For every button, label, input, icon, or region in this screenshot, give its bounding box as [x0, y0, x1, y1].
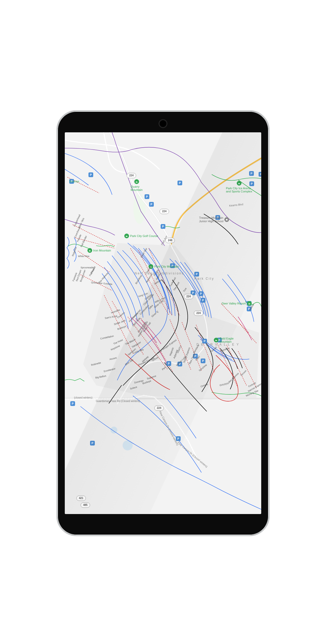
parking-marker[interactable]: P	[70, 401, 75, 406]
parking-icon: P	[194, 272, 199, 277]
front-camera-icon	[159, 119, 167, 128]
parking-marker[interactable]: P	[161, 224, 165, 229]
parking-marker[interactable]: P	[88, 172, 93, 177]
phone-device-frame: PPPPPPPPPPPPPPPPPPPPPPPPPP 2242242482242…	[56, 110, 270, 536]
svg-line-15	[221, 304, 249, 333]
poi-deer-valley[interactable]: Deer Valley Resort	[222, 301, 252, 306]
phone-screen: PPPPPPPPPPPPPPPPPPPPPPPPPP 2242242482242…	[65, 132, 261, 514]
parking-icon: P	[88, 172, 93, 177]
parking-icon: P	[70, 401, 75, 406]
parking-marker[interactable]: P	[194, 272, 199, 277]
road-shield-485[interactable]: 485	[81, 502, 90, 508]
map-canvas[interactable]: PPPPPPPPPPPPPPPPPPPPPPPPPP 2242242482242…	[65, 132, 261, 514]
road-shield-224d[interactable]: 224	[194, 311, 203, 316]
building-icon	[224, 217, 229, 222]
poi-label: Iron Mountain	[93, 249, 111, 252]
poi-label: Deer Valley Resort	[222, 302, 246, 305]
poi-label: Park City Mountain	[154, 265, 179, 268]
parking-icon: P	[259, 172, 261, 177]
parking-marker[interactable]: P	[259, 172, 261, 177]
parking-marker[interactable]: P	[149, 202, 154, 207]
poi-pc-golf[interactable]: Park City Golf Course	[124, 234, 158, 238]
poi-label: Bald EagleMountain	[220, 337, 234, 343]
parking-marker[interactable]: P	[90, 441, 95, 446]
road-shield-224a[interactable]: 224	[160, 209, 169, 214]
poi-label: Sunrise	[69, 180, 79, 183]
trail-label-whitepine[interactable]: White Pine	[78, 255, 90, 258]
poi-label: Park City Ice Arenaand Sports Complex	[226, 187, 252, 193]
mountain-icon	[134, 179, 139, 184]
road-label-guardsman: Guardsman Pass Rd (Closed winters)	[96, 400, 140, 403]
mountain-icon	[214, 338, 219, 342]
parking-marker[interactable]: P	[199, 291, 203, 296]
parking-icon: P	[201, 359, 205, 363]
parking-icon: P	[249, 171, 254, 176]
mountain-icon	[124, 234, 129, 238]
area-label-deer-valley-area: D E E R V A L L E Y	[196, 343, 239, 346]
poi-pc-ice[interactable]: Park City Ice Arenaand Sports Complex	[226, 181, 252, 193]
parking-icon: P	[145, 194, 149, 199]
poi-label: QuarryMountain	[131, 185, 142, 191]
road-label-closed-winters: (closed winters)	[74, 396, 92, 399]
parking-icon: P	[166, 361, 171, 366]
parking-marker[interactable]: P	[177, 181, 182, 185]
parking-marker[interactable]: P	[166, 361, 171, 366]
parking-icon: P	[199, 291, 203, 296]
road-shield-248[interactable]: 248	[165, 238, 175, 243]
parking-marker[interactable]: P	[201, 298, 205, 303]
area-label-park-city-area: Park City	[194, 277, 214, 280]
mountain-icon	[87, 248, 92, 253]
parking-icon: P	[177, 181, 182, 185]
poi-iron-mtn[interactable]: Iron Mountain	[87, 248, 111, 253]
parking-icon: P	[201, 298, 205, 303]
poi-tcjhs[interactable]: Treasure MountainJunior High School	[199, 216, 229, 223]
parking-icon: P	[149, 202, 154, 207]
mountain-icon	[237, 181, 241, 186]
parking-marker[interactable]: P	[201, 359, 205, 363]
poi-sunrise[interactable]: Sunrise	[69, 180, 79, 183]
road-shield-224c[interactable]: 224	[184, 294, 193, 299]
parking-marker[interactable]: P	[249, 171, 254, 176]
parking-marker[interactable]: P	[145, 194, 149, 199]
poi-label: Treasure MountainJunior High School	[199, 216, 223, 223]
poi-pc-mtn[interactable]: Park City Mountain	[149, 264, 179, 269]
road-shield-224b[interactable]: 224	[127, 173, 136, 178]
parking-icon: P	[90, 441, 95, 446]
poi-quarry-mtn[interactable]: QuarryMountain	[131, 179, 142, 191]
road-shield-224e[interactable]: 224	[154, 405, 164, 411]
poi-bald-eagle[interactable]: Bald EagleMountain	[214, 337, 234, 343]
road-shield-421[interactable]: 421	[76, 496, 86, 501]
poi-label: Park City Golf Course	[130, 234, 158, 238]
parking-icon: P	[161, 224, 165, 229]
